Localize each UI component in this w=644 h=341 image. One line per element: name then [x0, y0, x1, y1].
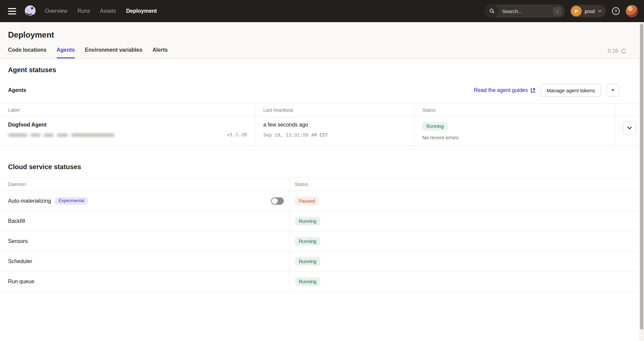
- col-daemon: Daemon: [0, 178, 289, 191]
- daemon-status-badge: Running: [295, 257, 320, 266]
- page-header: Deployment Code locations Agents Environ…: [0, 22, 644, 59]
- agents-subheading: Agents: [8, 87, 26, 93]
- org-switcher[interactable]: P prod: [570, 5, 606, 17]
- daemon-name: Scheduler: [8, 258, 32, 264]
- daemon-row-scheduler: Scheduler Running: [0, 251, 644, 272]
- agent-statuses-heading: Agent statuses: [8, 66, 636, 74]
- agents-table-header: Label Last heartbeat Status: [0, 104, 644, 117]
- col-label: Label: [0, 104, 255, 116]
- tab-code-locations[interactable]: Code locations: [8, 47, 47, 58]
- daemon-status-badge: Running: [295, 217, 320, 226]
- cloud-services-table: Daemon Status Auto-materializing Experim…: [0, 178, 644, 292]
- refresh-countdown: 0:16: [608, 48, 627, 58]
- top-nav: Overview Runs Assets Deployment / P prod…: [0, 0, 644, 22]
- menu-icon[interactable]: [6, 4, 19, 18]
- user-avatar[interactable]: [626, 5, 638, 17]
- agent-guides-link[interactable]: Read the agent guides: [474, 87, 535, 93]
- agent-status-cell: Running No recent errors: [414, 117, 615, 145]
- experimental-badge: Experimental: [55, 197, 88, 205]
- nav-overview[interactable]: Overview: [45, 8, 67, 14]
- daemon-name: Backfill: [8, 218, 25, 224]
- agents-more-actions-button[interactable]: [606, 84, 619, 97]
- agents-toolbar: Agents Read the agent guides Manage agen…: [8, 84, 636, 97]
- heartbeat-timestamp: Sep 19, 11:31:59 AM EDT: [263, 133, 406, 138]
- refresh-timer: 0:16: [608, 48, 618, 54]
- col-daemon-status: Status: [289, 178, 644, 191]
- nav-right-cluster: / P prod ?: [485, 5, 638, 17]
- tab-agents[interactable]: Agents: [57, 47, 75, 58]
- search-box[interactable]: /: [485, 5, 565, 17]
- agent-heartbeat-cell: a few seconds ago Sep 19, 11:31:59 AM ED…: [255, 117, 414, 145]
- chevron-down-icon: [627, 127, 632, 130]
- manage-agent-tokens-button[interactable]: Manage agent tokens: [541, 84, 601, 97]
- org-initial-badge: P: [571, 6, 582, 16]
- daemon-status-badge: Paused: [295, 197, 319, 205]
- agent-version: v1.1.20: [227, 132, 247, 138]
- cloud-table-header: Daemon Status: [0, 178, 644, 191]
- agent-guides-link-label: Read the agent guides: [474, 87, 528, 93]
- page-title: Deployment: [8, 30, 636, 40]
- daemon-row-auto-materializing: Auto-materializing Experimental Paused: [0, 191, 644, 211]
- auto-materializing-toggle[interactable]: [271, 197, 284, 205]
- nav-deployment[interactable]: Deployment: [126, 8, 157, 14]
- agent-id-redacted: [8, 133, 115, 137]
- daemon-row-backfill: Backfill Running: [0, 211, 644, 231]
- chevron-down-icon: [598, 10, 602, 12]
- daemon-row-run-queue: Run queue Running: [0, 272, 644, 292]
- agents-table: Label Last heartbeat Status Dogfood Agen…: [0, 103, 644, 146]
- refresh-icon[interactable]: [621, 48, 627, 54]
- agents-actions: Read the agent guides Manage agent token…: [474, 84, 619, 97]
- col-last-heartbeat: Last heartbeat: [255, 104, 414, 116]
- daemon-name: Sensors: [8, 238, 28, 244]
- search-shortcut-key: /: [553, 7, 561, 15]
- daemon-cell: Auto-materializing Experimental: [0, 191, 289, 211]
- agent-row: Dogfood Agent v1.1.20 a few seconds ago …: [0, 117, 644, 146]
- org-name: prod: [585, 8, 595, 14]
- daemon-name: Auto-materializing: [8, 198, 51, 204]
- daemon-name: Run queue: [8, 279, 34, 285]
- svg-text:?: ?: [614, 9, 617, 14]
- help-icon[interactable]: ?: [611, 6, 621, 16]
- cloud-statuses-heading: Cloud service statuses: [8, 163, 636, 171]
- daemon-status-badge: Running: [295, 237, 320, 246]
- col-status: Status: [414, 104, 615, 116]
- nav-assets[interactable]: Assets: [100, 8, 116, 14]
- heartbeat-relative: a few seconds ago: [263, 122, 406, 128]
- dagster-logo-icon[interactable]: [23, 4, 38, 18]
- tab-alerts[interactable]: Alerts: [153, 47, 168, 58]
- agent-status-badge: Running: [422, 122, 448, 131]
- external-link-icon: [530, 88, 535, 93]
- agent-label-cell: Dogfood Agent v1.1.20: [0, 117, 255, 145]
- agent-name: Dogfood Agent: [8, 122, 247, 128]
- search-icon: [485, 5, 499, 17]
- caret-down-icon: [611, 90, 614, 91]
- vertical-scrollbar[interactable]: [639, 22, 644, 341]
- agent-expand-button[interactable]: [623, 121, 636, 135]
- primary-nav: Overview Runs Assets Deployment: [45, 8, 157, 14]
- tab-environment-variables[interactable]: Environment variables: [85, 47, 143, 58]
- agent-status-detail: No recent errors: [422, 135, 607, 140]
- search-input[interactable]: [502, 8, 539, 14]
- nav-runs[interactable]: Runs: [77, 8, 90, 14]
- scrollbar-thumb[interactable]: [640, 23, 643, 330]
- daemon-row-sensors: Sensors Running: [0, 231, 644, 251]
- daemon-status-badge: Running: [295, 277, 320, 286]
- tab-bar: Code locations Agents Environment variab…: [8, 47, 636, 58]
